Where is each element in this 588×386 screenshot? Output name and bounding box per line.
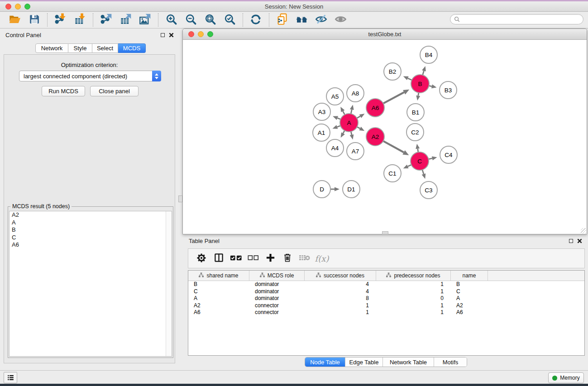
cell-predecessor-nodes[interactable]: 1 [376,288,451,295]
column-header-predecessor-nodes[interactable]: predecessor nodes [376,271,451,281]
search-field[interactable] [450,14,583,24]
graph-node-D1[interactable]: D1 [343,181,360,198]
delete-column-button[interactable] [280,251,295,266]
cell-successor-nodes[interactable]: 1 [305,309,376,316]
cell-predecessor-nodes[interactable]: 1 [376,281,451,288]
run-mcds-button[interactable]: Run MCDS [42,86,85,96]
graph-node-C1[interactable]: C1 [384,165,401,182]
task-history-button[interactable] [4,372,17,383]
export-table-button[interactable] [117,13,134,27]
table-row[interactable]: Adominator80A [188,295,584,302]
search-input[interactable] [462,16,579,23]
import-table-button[interactable] [72,13,88,27]
add-column-button[interactable] [263,251,278,266]
horizontal-splitter-grip[interactable] [382,231,388,234]
cell-successor-nodes[interactable]: 8 [305,295,376,302]
cell-MCDS-role[interactable]: dominator [249,288,305,295]
cell-shared-name[interactable]: A [188,295,249,302]
tab-mcds[interactable]: MCDS [118,43,146,53]
show-all-button[interactable] [332,13,349,27]
graph-node-B[interactable]: B [411,75,429,93]
first-neighbors-button[interactable] [293,13,310,27]
cell-predecessor-nodes[interactable]: 0 [376,295,451,302]
cell-MCDS-role[interactable]: dominator [249,295,305,302]
cell-name[interactable]: A2 [451,302,488,310]
graph-node-A8[interactable]: A8 [347,85,364,102]
column-visibility-button[interactable] [211,251,226,266]
tab-network-table[interactable]: Network Table [383,357,434,367]
cell-name[interactable]: A6 [451,309,488,316]
table-settings-button[interactable] [194,251,209,266]
table-row[interactable]: A2connector11A2 [188,302,584,310]
graph-node-A[interactable]: A [340,114,358,132]
column-header-shared-name[interactable]: shared name [188,271,249,281]
deselect-all-rows-button[interactable] [245,251,261,266]
cell-successor-nodes[interactable]: 4 [305,288,376,295]
tab-style[interactable]: Style [68,43,92,53]
new-network-from-selection-button[interactable] [274,13,290,27]
table-row[interactable]: Bdominator41B [188,281,584,288]
cell-name[interactable]: B [451,281,488,288]
result-list-item[interactable]: A [10,219,172,227]
network-minimize-icon[interactable] [198,31,204,37]
apply-layout-button[interactable] [248,13,264,27]
vertical-splitter-grip[interactable] [178,195,182,202]
close-table-panel-icon[interactable] [577,238,582,243]
float-panel-icon[interactable] [161,33,165,37]
tab-network[interactable]: Network [35,43,68,53]
import-network-button[interactable] [52,13,68,27]
network-canvas[interactable]: B4B2BB3A8A5A6A3B1AC2A1A2A4A7C4CC1DD1C3 [183,40,587,234]
graph-node-C2[interactable]: C2 [406,124,424,141]
export-image-button[interactable] [137,13,153,27]
result-list-scrollbar[interactable] [166,211,172,356]
graph-node-B2[interactable]: B2 [384,63,401,80]
zoom-window-icon[interactable] [24,4,30,10]
hide-selected-button[interactable] [313,13,329,27]
cell-name[interactable]: A [451,295,488,302]
graph-node-A6[interactable]: A6 [366,99,384,117]
column-header-successor-nodes[interactable]: successor nodes [305,271,376,281]
cell-shared-name[interactable]: B [188,281,249,288]
tab-edge-table[interactable]: Edge Table [345,357,383,367]
cell-MCDS-role[interactable]: dominator [249,281,305,288]
export-network-button[interactable] [98,13,114,27]
tab-motifs[interactable]: Motifs [434,357,467,367]
close-window-icon[interactable] [5,4,11,10]
tab-node-table[interactable]: Node Table [305,357,345,367]
result-list-item[interactable]: A6 [10,241,172,249]
cell-MCDS-role[interactable]: connector [249,302,305,310]
minimize-window-icon[interactable] [15,4,21,10]
graph-node-A3[interactable]: A3 [313,103,330,120]
cell-successor-nodes[interactable]: 4 [305,281,376,288]
save-session-button[interactable] [26,13,42,27]
cell-predecessor-nodes[interactable]: 1 [376,302,451,310]
graph-node-C4[interactable]: C4 [440,146,457,163]
optimization-criterion-select[interactable]: largest connected component (directed) [19,71,161,81]
select-all-rows-button[interactable] [228,251,244,266]
zoom-selected-button[interactable] [221,13,238,27]
graph-node-C3[interactable]: C3 [420,181,437,199]
tab-select[interactable]: Select [92,43,118,53]
result-list-item[interactable]: C [10,234,172,242]
table-row[interactable]: Cdominator41C [188,288,584,295]
zoom-out-button[interactable] [182,13,199,27]
zoom-fit-button[interactable] [202,13,218,27]
graph-node-A2[interactable]: A2 [366,128,384,146]
window-resize-grip[interactable] [581,228,586,234]
cell-successor-nodes[interactable]: 1 [305,302,376,310]
network-zoom-icon[interactable] [207,31,213,37]
graph-node-A5[interactable]: A5 [326,88,344,105]
result-list-item[interactable]: A2 [10,211,172,219]
table-row[interactable]: A6connector11A6 [188,309,584,316]
cell-shared-name[interactable]: A6 [188,309,249,316]
graph-node-B4[interactable]: B4 [420,46,437,63]
cell-shared-name[interactable]: C [188,288,249,295]
float-table-panel-icon[interactable] [569,239,573,243]
graph-node-D[interactable]: D [313,181,330,198]
cell-shared-name[interactable]: A2 [188,302,249,310]
graph-node-A7[interactable]: A7 [347,143,364,160]
cell-MCDS-role[interactable]: connector [249,309,305,316]
graph-node-C[interactable]: C [411,152,429,170]
column-header-name[interactable]: name [451,271,488,281]
column-header-MCDS-role[interactable]: MCDS role [249,271,305,281]
